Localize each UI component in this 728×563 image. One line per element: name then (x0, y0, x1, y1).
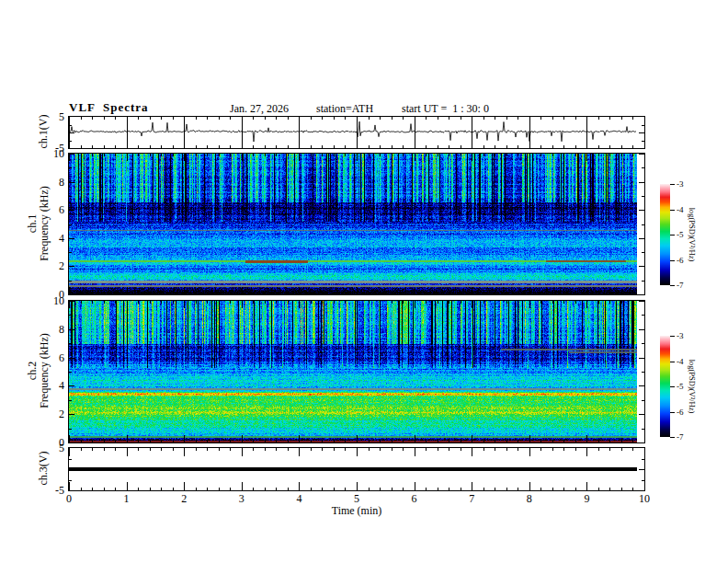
colorbar-1-title: log(PSD)(V²/Hz) (688, 208, 697, 262)
ch3-voltage-axis-title: ch.3(V) (38, 452, 50, 486)
ch1-spectrogram-panel (68, 153, 645, 295)
x-axis-tick-label: 5 (354, 493, 359, 504)
colorbar-2-title: log(PSD)(V²/Hz) (688, 360, 697, 414)
start-ut-label: start UT = 1 : 30: 0 (402, 102, 489, 116)
date-label: Jan. 27, 2026 (230, 102, 289, 116)
spec2-y-tick-label: 6 (39, 352, 64, 363)
ch1-waveform-canvas (69, 117, 644, 148)
colorbar-2-gradient (660, 336, 670, 437)
wave1-y-tick-label: 5 (39, 111, 64, 122)
spec1-y-tick-label: 2 (39, 260, 64, 271)
x-axis-tick-label: 1 (124, 493, 130, 504)
x-axis-tick-label: 10 (639, 493, 650, 504)
colorbar-2-tick (670, 336, 675, 337)
ch3-waveform-panel (68, 447, 645, 491)
spec1-y-tick-label: 4 (39, 233, 64, 244)
time-axis-title: Time (min) (332, 505, 382, 516)
colorbar-2-tick-label: -5 (677, 383, 684, 391)
spec2-y-tick-label: 2 (39, 408, 64, 419)
x-axis-tick-label: 2 (181, 493, 187, 504)
x-axis-tick-label: 3 (239, 493, 245, 504)
ch2-spectrogram-panel (68, 300, 645, 443)
ch1-frequency-axis-title-line2: Frequency (kHz) (39, 186, 51, 261)
x-axis-tick-label: 7 (469, 493, 474, 504)
colorbar-1-tick-label: -7 (677, 282, 684, 290)
colorbar-2-tick-label: -4 (677, 358, 684, 366)
wave1-y-tick-label: -5 (39, 143, 64, 154)
wave3-y-tick-label: -5 (39, 485, 64, 496)
colorbar-1-tick-label: -4 (677, 206, 684, 214)
colorbar-2-tick-label: -6 (677, 408, 684, 417)
x-axis-tick-label: 6 (412, 493, 417, 504)
colorbar-1-tick (670, 184, 675, 185)
ch1-waveform-panel (68, 116, 645, 149)
colorbar-1-tick-label: -3 (677, 180, 684, 189)
colorbar-1-tick (670, 210, 675, 211)
x-axis-tick-label: 4 (296, 493, 301, 504)
colorbar-2-tick-label: -3 (677, 332, 684, 340)
x-axis-tick-label: 9 (584, 493, 589, 504)
ch1-spectrogram-canvas (69, 154, 644, 294)
spec2-y-tick-label: 4 (39, 380, 64, 391)
colorbar-1-tick-label: -5 (677, 231, 684, 239)
colorbar-1-gradient (660, 184, 670, 285)
ch2-frequency-axis-title-line2: Frequency (kHz) (39, 333, 51, 408)
ch2-spectrogram-canvas (69, 301, 644, 442)
spec2-y-tick-label: 8 (39, 324, 64, 335)
colorbar-2-tick (670, 362, 675, 362)
wave3-y-tick-label: 5 (39, 442, 64, 454)
ch3-waveform-canvas (69, 448, 644, 490)
spec1-y-tick-label: 6 (39, 204, 64, 215)
colorbar-2-tick (670, 437, 675, 438)
colorbar-1-tick-label: -6 (677, 257, 684, 265)
colorbar-1-tick (670, 285, 675, 286)
colorbar-1-tick (670, 260, 675, 261)
x-axis-tick-label: 0 (66, 493, 72, 504)
x-axis-tick-label: 8 (527, 493, 532, 504)
colorbar-2-tick (670, 412, 675, 413)
spec2-y-tick-label: 10 (39, 295, 64, 306)
page-title: VLF Spectra (69, 100, 149, 115)
spec1-y-tick-label: 8 (39, 177, 64, 188)
colorbar-2-tick (670, 386, 675, 387)
ch2-frequency-axis-title: ch.2 Frequency (kHz) (27, 333, 51, 408)
colorbar-1-tick (670, 235, 675, 236)
vlf-spectra-figure: VLF Spectra Jan. 27, 2026 station=ATH st… (0, 0, 728, 563)
ch1-frequency-axis-title: ch.1 Frequency (kHz) (27, 186, 51, 261)
colorbar-2-tick-label: -7 (677, 433, 684, 442)
station-label: station=ATH (316, 102, 373, 116)
